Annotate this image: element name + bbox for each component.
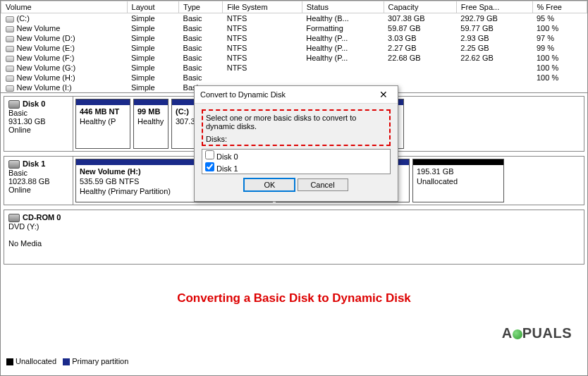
disk-checkbox[interactable] xyxy=(205,150,214,159)
table-cell: Healthy (P... xyxy=(302,53,384,63)
table-cell: Simple xyxy=(127,23,179,33)
disk-0-state: Online xyxy=(8,126,31,134)
table-cell: Basic xyxy=(179,73,223,83)
table-cell: 3.03 GB xyxy=(384,33,456,43)
close-icon[interactable]: ✕ xyxy=(375,89,392,100)
table-cell: New Volume (D:) xyxy=(1,33,128,43)
col-header[interactable]: File System xyxy=(223,1,302,13)
volume-list: VolumeLayoutTypeFile SystemStatusCapacit… xyxy=(1,1,587,93)
table-row[interactable]: New Volume (H:)SimpleBasic100 % xyxy=(1,73,587,83)
table-cell: Basic xyxy=(179,13,223,24)
table-cell: 22.68 GB xyxy=(384,53,456,63)
table-cell: Healthy (B... xyxy=(302,13,384,24)
col-header[interactable]: % Free xyxy=(532,1,587,13)
legend-unalloc-label: Unallocated xyxy=(16,357,56,365)
legend: Unallocated Primary partition xyxy=(6,357,128,365)
table-row[interactable]: New Volume (E:)SimpleBasicNTFSHealthy (P… xyxy=(1,43,587,53)
disk-0-info: Disk 0 Basic 931.30 GB Online xyxy=(4,97,73,151)
table-cell xyxy=(456,63,532,73)
partition-line: Unallocated xyxy=(417,177,500,187)
table-cell: NTFS xyxy=(223,23,302,33)
dialog-disk-item[interactable]: Disk 0 xyxy=(202,150,390,162)
dialog-disk-list[interactable]: Disk 0 Disk 1 xyxy=(202,149,391,174)
partition-line: 195.31 GB xyxy=(417,167,500,177)
table-cell: New Volume (I:) xyxy=(1,83,128,92)
col-header[interactable]: Capacity xyxy=(384,1,456,13)
dialog-buttons: OK Cancel xyxy=(202,174,391,193)
annotation-caption: Converting a Basic Disk to Dynamic Disk xyxy=(177,291,411,305)
partition-body: 446 MB NTHealthy (P xyxy=(76,105,130,129)
table-cell: NTFS xyxy=(223,33,302,43)
partition[interactable]: 195.31 GBUnallocated xyxy=(412,159,504,202)
disk-checkbox[interactable] xyxy=(205,162,214,171)
convert-dialog: Convert to Dynamic Disk ✕ Select one or … xyxy=(194,85,398,202)
partition[interactable]: 99 MBHealthy xyxy=(133,99,169,149)
table-cell: Healthy (P... xyxy=(302,33,384,43)
watermark-brand: APUALS xyxy=(502,325,572,341)
partition-band xyxy=(134,99,168,105)
table-cell: Basic xyxy=(179,53,223,63)
partition-line: Healthy xyxy=(137,117,164,127)
table-cell: 22.62 GB xyxy=(456,53,532,63)
cancel-button[interactable]: Cancel xyxy=(298,178,348,191)
partition-line: Healthy (P xyxy=(80,117,126,127)
table-cell: 99 % xyxy=(532,43,587,53)
table-row[interactable]: New VolumeSimpleBasicNTFSFormatting59.87… xyxy=(1,23,587,33)
table-cell: 100 % xyxy=(532,63,587,73)
table-row[interactable]: New Volume (G:)SimpleBasicNTFS100 % xyxy=(1,63,587,73)
volume-icon xyxy=(6,56,14,62)
table-cell xyxy=(384,63,456,73)
table-cell: Basic xyxy=(179,23,223,33)
table-cell: 2.27 GB xyxy=(384,43,456,53)
partition[interactable]: 446 MB NTHealthy (P xyxy=(75,99,130,149)
table-cell xyxy=(302,63,384,73)
table-cell xyxy=(456,83,532,92)
table-cell: Simple xyxy=(127,13,179,24)
ok-button[interactable]: OK xyxy=(244,178,295,191)
table-cell: 2.93 GB xyxy=(456,33,532,43)
table-cell: NTFS xyxy=(223,53,302,63)
disk-icon xyxy=(8,100,20,109)
volume-icon xyxy=(6,85,14,92)
disk-0-size: 931.30 GB xyxy=(8,117,46,126)
disk-1-size: 1023.88 GB xyxy=(8,177,50,186)
dialog-highlight: Select one or more basic disks to conver… xyxy=(202,109,391,146)
col-header[interactable]: Status xyxy=(302,1,384,13)
dialog-titlebar[interactable]: Convert to Dynamic Disk ✕ xyxy=(195,86,398,104)
table-cell: Simple xyxy=(127,53,179,63)
brand-pre: A xyxy=(502,325,513,341)
partition-line: 99 MB xyxy=(137,107,164,117)
col-header[interactable]: Free Spa... xyxy=(456,1,532,13)
table-cell: 59.87 GB xyxy=(384,23,456,33)
table-cell: 59.77 GB xyxy=(456,23,532,33)
col-header[interactable]: Layout xyxy=(127,1,179,13)
cdrom-row[interactable]: CD-ROM 0 DVD (Y:) No Media xyxy=(4,210,584,265)
col-header[interactable]: Type xyxy=(179,1,223,13)
cdrom-icon xyxy=(8,214,20,222)
partition-body: 195.31 GBUnallocated xyxy=(413,165,503,189)
table-row[interactable]: New Volume (D:)SimpleBasicNTFSHealthy (P… xyxy=(1,33,587,43)
table-cell: 100 % xyxy=(532,53,587,63)
table-cell: Basic xyxy=(179,33,223,43)
cdrom-drive: DVD (Y:) xyxy=(8,222,39,231)
disk-1-type: Basic xyxy=(8,169,27,177)
table-cell: 292.79 GB xyxy=(456,13,532,24)
disk-icon xyxy=(8,160,20,169)
disk-1-title: Disk 1 xyxy=(23,159,45,168)
col-header[interactable]: Volume xyxy=(1,1,128,13)
table-row[interactable]: (C:)SimpleBasicNTFSHealthy (B...307.38 G… xyxy=(1,13,587,24)
partition-band xyxy=(413,159,503,165)
volume-icon xyxy=(6,36,14,42)
table-cell: Formatting xyxy=(302,23,384,33)
table-row[interactable]: New Volume (F:)SimpleBasicNTFSHealthy (P… xyxy=(1,53,587,63)
table-cell xyxy=(223,73,302,83)
dialog-disk-item[interactable]: Disk 1 xyxy=(202,162,390,174)
table-cell: 2.25 GB xyxy=(456,43,532,53)
table-cell: (C:) xyxy=(1,13,128,24)
volume-table[interactable]: VolumeLayoutTypeFile SystemStatusCapacit… xyxy=(1,1,587,92)
legend-unalloc-swatch xyxy=(6,358,13,365)
table-cell: New Volume xyxy=(1,23,128,33)
volume-icon xyxy=(6,16,14,23)
table-cell: 307.38 GB xyxy=(384,13,456,24)
table-cell: Simple xyxy=(127,43,179,53)
